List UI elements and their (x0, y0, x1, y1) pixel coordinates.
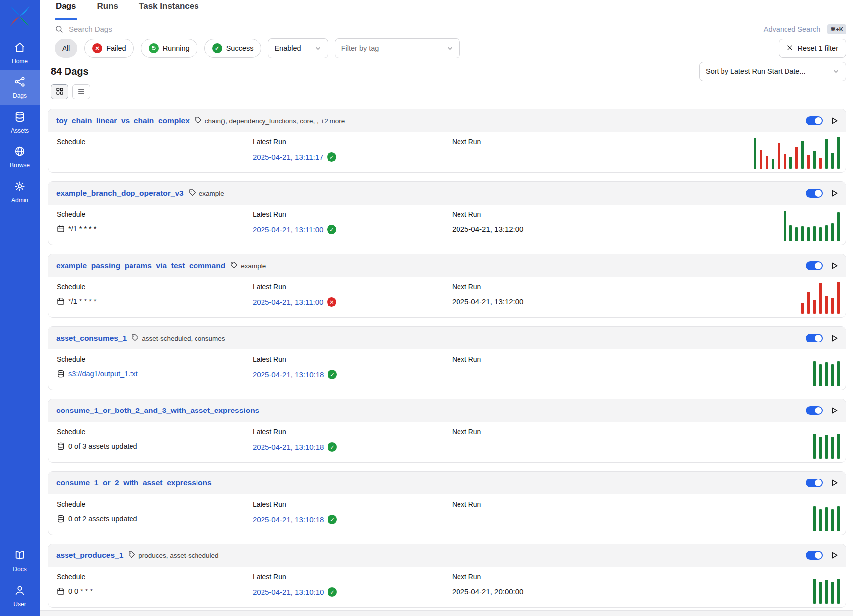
run-bar[interactable] (837, 361, 840, 386)
run-bar[interactable] (819, 509, 822, 531)
run-bar[interactable] (801, 141, 804, 169)
latest-run-link[interactable]: 2025-04-21, 13:11:00 (253, 225, 323, 234)
run-bar[interactable] (825, 507, 828, 531)
dag-enabled-toggle[interactable] (806, 334, 823, 342)
sidebar-item-docs[interactable]: Docs (0, 544, 40, 578)
enabled-select[interactable]: Enabled (268, 38, 328, 58)
trigger-dag-button[interactable] (830, 261, 839, 270)
run-bar[interactable] (813, 361, 816, 386)
run-bar[interactable] (784, 211, 786, 241)
run-bar[interactable] (807, 155, 810, 169)
dag-enabled-toggle[interactable] (806, 479, 823, 487)
dag-enabled-toggle[interactable] (806, 406, 823, 415)
run-bar[interactable] (819, 158, 822, 169)
run-bar[interactable] (831, 298, 834, 314)
horizontal-scrollbar[interactable] (40, 610, 853, 616)
dag-name-link[interactable]: toy_chain_linear_vs_chain_complex (56, 116, 190, 125)
schedule-text[interactable]: */1 * * * * (68, 297, 96, 305)
run-bar[interactable] (813, 579, 816, 604)
table-view-button[interactable] (72, 84, 90, 99)
search-input[interactable] (68, 24, 759, 34)
dag-enabled-toggle[interactable] (806, 116, 823, 125)
run-bar[interactable] (778, 143, 780, 169)
schedule-text[interactable]: */1 * * * * (68, 225, 96, 233)
dag-enabled-toggle[interactable] (806, 551, 823, 560)
run-bar[interactable] (831, 223, 834, 241)
tag-filter-select[interactable]: Filter by tag (335, 38, 460, 58)
run-bar[interactable] (825, 225, 828, 241)
latest-run-link[interactable]: 2025-04-21, 13:11:00 (253, 298, 323, 306)
run-bar[interactable] (825, 362, 828, 386)
advanced-search-link[interactable]: Advanced Search (764, 25, 820, 33)
tab-runs[interactable]: Runs (96, 1, 120, 20)
schedule-text[interactable]: s3://dag1/output_1.txt (68, 370, 137, 378)
tab-task-instances[interactable]: Task Instances (138, 1, 200, 20)
schedule-text[interactable]: 0 of 2 assets updated (68, 515, 137, 523)
run-bar[interactable] (831, 437, 834, 459)
run-bar[interactable] (772, 159, 774, 169)
filter-all-button[interactable]: All (55, 39, 77, 58)
run-bar[interactable] (825, 139, 828, 169)
dag-name-link[interactable]: consume_1_or_2_with_asset_expressions (56, 479, 212, 487)
run-bar[interactable] (819, 364, 822, 386)
sort-select[interactable]: Sort by Latest Run Start Date... (699, 62, 846, 81)
run-bar[interactable] (819, 227, 822, 241)
filter-running-button[interactable]: Running (141, 39, 197, 58)
airflow-logo-icon[interactable] (9, 5, 31, 27)
latest-run-link[interactable]: 2025-04-21, 13:10:10 (253, 588, 324, 596)
run-bar[interactable] (795, 227, 798, 241)
card-view-button[interactable] (51, 84, 68, 99)
run-bar[interactable] (813, 226, 816, 241)
run-bar[interactable] (819, 283, 822, 314)
run-bar[interactable] (831, 364, 834, 386)
trigger-dag-button[interactable] (830, 406, 839, 415)
run-bar[interactable] (813, 300, 816, 314)
sidebar-item-admin[interactable]: Admin (0, 174, 40, 209)
run-bar[interactable] (754, 138, 756, 169)
trigger-dag-button[interactable] (830, 116, 839, 125)
tab-dags[interactable]: Dags (55, 1, 77, 20)
run-bar[interactable] (825, 296, 828, 314)
trigger-dag-button[interactable] (830, 189, 839, 198)
run-bar[interactable] (837, 579, 840, 604)
run-bar[interactable] (831, 153, 834, 169)
filter-failed-button[interactable]: ✕ Failed (84, 39, 134, 58)
run-bar[interactable] (819, 437, 822, 459)
run-bar[interactable] (813, 506, 816, 531)
run-bar[interactable] (831, 582, 834, 604)
run-bar[interactable] (831, 509, 834, 531)
latest-run-link[interactable]: 2025-04-21, 13:10:18 (253, 515, 324, 524)
schedule-text[interactable]: 0 of 3 assets updated (68, 442, 137, 450)
sidebar-item-dags[interactable]: Dags (0, 70, 40, 105)
run-bar[interactable] (825, 435, 828, 459)
reset-filter-button[interactable]: Reset 1 filter (779, 39, 846, 58)
sidebar-item-home[interactable]: Home (0, 35, 40, 70)
dag-name-link[interactable]: consume_1_or_both_2_and_3_with_asset_exp… (56, 406, 259, 415)
run-bar[interactable] (807, 292, 810, 314)
run-bar[interactable] (837, 506, 840, 531)
latest-run-link[interactable]: 2025-04-21, 13:10:18 (253, 370, 324, 379)
run-bar[interactable] (789, 225, 792, 241)
run-bar[interactable] (801, 226, 804, 241)
run-bar[interactable] (795, 147, 798, 169)
run-bar[interactable] (813, 434, 816, 459)
dag-name-link[interactable]: example_passing_params_via_test_command (56, 261, 225, 270)
trigger-dag-button[interactable] (830, 334, 839, 342)
run-bar[interactable] (766, 156, 768, 169)
run-bar[interactable] (837, 434, 840, 459)
run-bar[interactable] (813, 151, 816, 169)
run-bar[interactable] (789, 157, 792, 169)
run-bar[interactable] (837, 212, 840, 241)
run-bar[interactable] (760, 150, 762, 169)
sidebar-item-browse[interactable]: Browse (0, 139, 40, 174)
latest-run-link[interactable]: 2025-04-21, 13:10:18 (253, 443, 324, 451)
run-bar[interactable] (807, 227, 810, 241)
run-bar[interactable] (825, 580, 828, 604)
run-bar[interactable] (784, 154, 786, 169)
dag-name-link[interactable]: asset_consumes_1 (56, 334, 127, 342)
dag-name-link[interactable]: example_branch_dop_operator_v3 (56, 189, 184, 198)
filter-success-button[interactable]: ✓ Success (204, 39, 262, 58)
trigger-dag-button[interactable] (830, 479, 839, 487)
sidebar-item-user[interactable]: User (0, 578, 40, 613)
dag-enabled-toggle[interactable] (806, 189, 823, 198)
